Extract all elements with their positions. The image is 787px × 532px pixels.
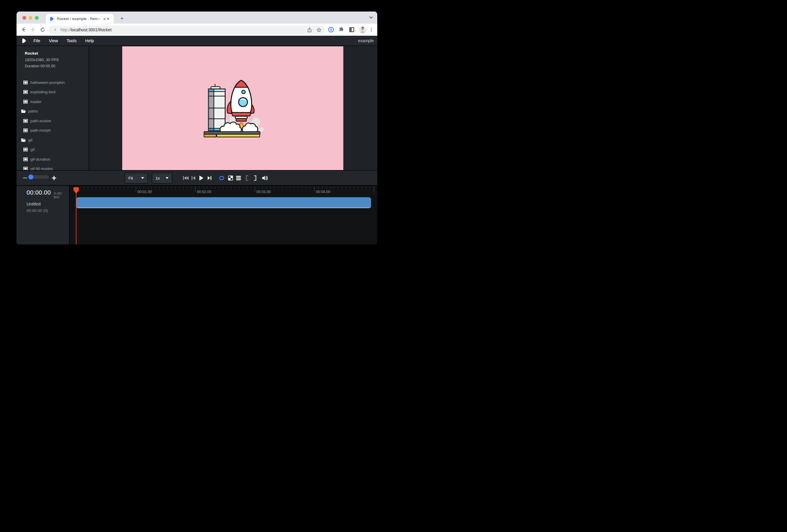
ruler-minor-tick xyxy=(155,187,156,188)
video-canvas[interactable] xyxy=(122,46,343,170)
folder-item-gif[interactable]: gif xyxy=(17,135,89,145)
ruler-minor-tick xyxy=(203,187,204,188)
rocket-illustration xyxy=(201,77,264,140)
track-time: 00:00.00 (0) xyxy=(26,208,67,213)
ruler-minor-tick xyxy=(96,187,96,188)
film-strip-icon xyxy=(23,157,28,161)
volume-button[interactable] xyxy=(262,175,268,181)
menu-item-file[interactable]: File xyxy=(31,38,42,43)
forward-button[interactable] xyxy=(29,26,37,33)
in-point-bracket-button[interactable] xyxy=(246,175,249,181)
timeline-track-area[interactable]: 00:01.0000:02.0000:03.0000:04.00 xyxy=(70,186,377,245)
playhead-marker[interactable] xyxy=(73,187,79,194)
zoom-slider-thumb[interactable] xyxy=(28,174,34,179)
composition-label: halloween-pumpkin xyxy=(30,80,65,85)
extensions-puzzle-icon[interactable] xyxy=(338,26,344,33)
timeline-info-panel: 00:00.00 0 (30 fps) Untitled 00:00.00 (0… xyxy=(17,186,70,245)
composition-item-halloween-pumpkin[interactable]: halloween-pumpkin xyxy=(17,78,89,87)
composition-item-gif[interactable]: gif xyxy=(17,145,89,155)
zoom-out-button[interactable] xyxy=(23,177,27,178)
ruler-minor-tick xyxy=(290,187,291,188)
ruler-minor-tick xyxy=(235,187,235,188)
ruler-minor-tick xyxy=(124,187,124,188)
ruler-minor-tick xyxy=(211,187,211,188)
bookmark-star-icon[interactable] xyxy=(316,27,321,33)
loop-toggle-button[interactable] xyxy=(218,175,225,181)
ruler-minor-tick xyxy=(346,187,346,188)
zoom-slider[interactable] xyxy=(29,176,48,178)
skip-to-start-button[interactable] xyxy=(183,176,189,180)
film-strip-icon xyxy=(23,90,28,94)
ruler-minor-tick xyxy=(267,187,267,188)
browser-toolbar: http://localhost:3001/Rocket xyxy=(17,24,377,36)
menu-item-help[interactable]: Help xyxy=(83,38,96,43)
ruler-second-tick xyxy=(136,187,136,192)
transparency-checkerboard-button[interactable] xyxy=(228,175,233,180)
ruler-minor-tick xyxy=(191,187,192,188)
canvas-size-dropdown[interactable]: Fit xyxy=(125,173,148,184)
composition-item-path-evolve[interactable]: path-evolve xyxy=(17,116,89,126)
ruler-minor-tick xyxy=(247,187,247,188)
out-point-bracket-button[interactable] xyxy=(254,175,257,181)
url-text: http://localhost:3001/Rocket xyxy=(61,27,112,32)
ruler-time-label: 00:02.00 xyxy=(197,190,211,194)
ruler-minor-tick xyxy=(219,187,219,188)
browser-menu-dots-icon[interactable] xyxy=(368,26,374,33)
new-tab-button[interactable]: + xyxy=(118,15,126,22)
ruler-minor-tick xyxy=(179,187,179,188)
composition-item-exploding-bird[interactable]: exploding-bird xyxy=(17,87,89,97)
menu-item-tools[interactable]: Tools xyxy=(65,38,79,43)
side-panel-icon[interactable] xyxy=(348,26,355,33)
composition-item-gif-fill-modes[interactable]: gif-fill-modes xyxy=(17,164,89,170)
timeline-sequence-bar[interactable] xyxy=(76,197,371,208)
track-name: Untitled xyxy=(26,201,67,206)
composition-item-loader[interactable]: loader xyxy=(17,97,89,107)
ruler-minor-tick xyxy=(84,187,84,188)
ruler-second-tick xyxy=(195,187,195,192)
folder-open-icon xyxy=(21,138,26,142)
tab-close-icon[interactable]: ✕ xyxy=(105,16,111,22)
macos-zoom-button[interactable] xyxy=(35,16,39,20)
ruler-minor-tick xyxy=(223,187,223,188)
ruler-minor-tick xyxy=(369,187,370,188)
ruler-minor-tick xyxy=(207,187,207,188)
previous-frame-button[interactable] xyxy=(191,176,195,180)
ruler-minor-tick xyxy=(132,187,132,188)
timeline-rows-button[interactable] xyxy=(236,176,241,180)
ruler-minor-tick xyxy=(326,187,326,188)
zoom-in-button[interactable] xyxy=(52,176,56,180)
macos-minimize-button[interactable] xyxy=(29,16,33,20)
playback-speed-dropdown[interactable]: 1x xyxy=(152,173,172,184)
macos-close-button[interactable] xyxy=(22,16,26,20)
preview-stage xyxy=(89,46,377,170)
folder-item-paths[interactable]: paths xyxy=(17,107,89,116)
remotion-logo-icon[interactable] xyxy=(22,38,26,44)
ruler-minor-tick xyxy=(183,187,184,188)
composition-label: gif xyxy=(28,138,33,142)
back-button[interactable] xyxy=(20,26,27,33)
next-frame-button[interactable] xyxy=(208,176,212,180)
tab-search-chevron-icon[interactable] xyxy=(369,15,373,21)
site-info-icon[interactable] xyxy=(52,27,58,32)
ruler-minor-tick xyxy=(298,187,298,188)
canvas-size-value: Fit xyxy=(128,176,133,180)
browser-tab[interactable]: Rocket / example - Remotion P ✕ xyxy=(46,14,114,24)
profile-avatar[interactable] xyxy=(359,26,366,34)
ruler-minor-tick xyxy=(128,187,128,188)
ruler-minor-tick xyxy=(140,187,140,188)
url-bar[interactable]: http://localhost:3001/Rocket xyxy=(48,26,325,34)
composition-label: path-morph xyxy=(30,128,51,132)
composition-item-gif-duration[interactable]: gif-duration xyxy=(17,154,89,164)
reload-button[interactable] xyxy=(39,26,46,33)
onepassword-extension-icon[interactable] xyxy=(328,26,334,33)
film-strip-icon xyxy=(23,148,28,152)
menu-item-view[interactable]: View xyxy=(47,38,60,43)
ruler-minor-tick xyxy=(334,187,334,188)
composition-item-path-morph[interactable]: path-morph xyxy=(17,126,89,135)
play-button[interactable] xyxy=(199,175,204,181)
ruler-minor-tick xyxy=(239,187,239,188)
composition-label: path-evolve xyxy=(30,119,51,123)
composition-label: gif-duration xyxy=(30,157,50,162)
ruler-minor-tick xyxy=(366,187,366,188)
share-icon[interactable] xyxy=(307,27,312,33)
